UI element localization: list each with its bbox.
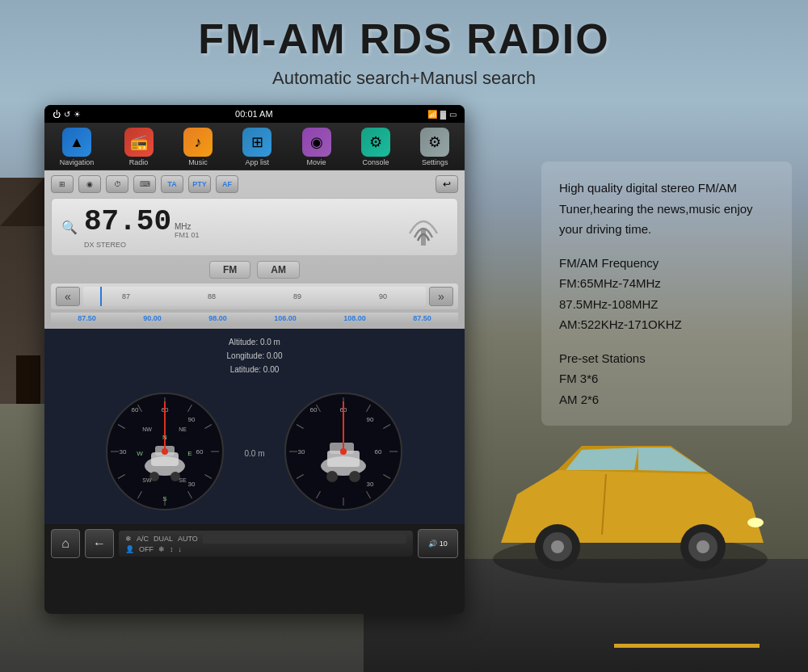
auto-label: AUTO: [178, 535, 198, 543]
ctrl-pty-button[interactable]: PTY: [188, 175, 211, 193]
nav-icon-settings: ⚙: [420, 128, 449, 157]
sidebar-item-navigation[interactable]: ▲ Navigation: [60, 128, 95, 166]
search-icon: 🔍: [61, 220, 78, 235]
ac-icon: ❄: [125, 535, 132, 543]
nav-label-applist: App list: [245, 158, 269, 166]
frequency-display: 🔍 87.50 MHz FM1 01 DX STEREO: [51, 198, 458, 256]
preset-4[interactable]: 106.00: [274, 314, 297, 322]
refresh-icon: ↺: [64, 110, 70, 119]
info-description: High quality digital stereo FM/AM Tuner,…: [559, 178, 774, 240]
preset-5[interactable]: 108.00: [343, 314, 366, 322]
volume-button[interactable]: 🔊 10: [418, 529, 458, 558]
ctrl-ta-button[interactable]: TA: [161, 175, 183, 193]
preset-3[interactable]: 98.00: [208, 314, 227, 322]
frequency-bar: « 87 88 89 90 »: [51, 284, 458, 309]
sidebar-item-radio[interactable]: 📻 Radio: [124, 128, 154, 166]
signal-icon: ▓: [440, 110, 446, 119]
svg-text:60: 60: [374, 448, 381, 456]
info-panel: High quality digital stereo FM/AM Tuner,…: [541, 162, 792, 426]
fm-range-2: 87.5MHz-108MHZ: [559, 294, 774, 315]
left-gauge: 60 90 60 30 60 30 N: [103, 389, 228, 514]
right-gauge: 60 90 60 30 60 30: [281, 389, 406, 514]
svg-text:30: 30: [366, 481, 373, 488]
home-button[interactable]: ⌂: [51, 529, 80, 558]
sidebar-item-music[interactable]: ♪ Music: [183, 128, 213, 166]
nav-label-radio: Radio: [129, 158, 149, 166]
status-time: 00:01 AM: [235, 109, 272, 119]
freq-band: FM1 01: [175, 231, 200, 239]
ctrl-back-button[interactable]: ↩: [436, 175, 458, 193]
prev-frequency-button[interactable]: «: [56, 287, 80, 306]
svg-text:W: W: [137, 450, 144, 457]
center-speed: 0.0 m: [244, 389, 264, 518]
off-label: OFF: [139, 545, 154, 553]
temp-slider[interactable]: [203, 534, 406, 544]
title-section: FM-AM RDS RADIO Automatic search+Manusl …: [0, 0, 808, 89]
radio-controls-row: ⊞ ◉ ⏱ ⌨ TA PTY AF ↩: [51, 175, 458, 193]
status-bar: ⏻ ↺ ☀ 00:01 AM 📶 ▓ ▭: [44, 105, 465, 123]
brightness-icon: ☀: [74, 110, 81, 119]
svg-text:SE: SE: [179, 477, 187, 483]
radio-section: ⊞ ◉ ⏱ ⌨ TA PTY AF ↩ 🔍 87.50: [44, 170, 465, 329]
svg-text:90: 90: [366, 416, 373, 423]
freq-unit-block: MHz FM1 01: [175, 222, 200, 239]
sidebar-item-applist[interactable]: ⊞ App list: [242, 128, 271, 166]
ctrl-scan-button[interactable]: ◉: [78, 175, 101, 193]
preset-2[interactable]: 90.00: [143, 314, 162, 322]
nav-label-music: Music: [188, 158, 208, 166]
frequency-value: 87.50: [84, 205, 171, 238]
svg-text:NW: NW: [143, 426, 153, 432]
nav-coordinates: Altitude: 0.0 m Longitude: 0.00 Latitude…: [51, 335, 458, 376]
climate-row-1: ❄ A/C DUAL AUTO: [125, 534, 406, 544]
gauges-section: 60 90 60 30 60 30 N: [44, 383, 465, 524]
status-right-icons: 📶 ▓ ▭: [427, 110, 457, 119]
wifi-icon: 📶: [427, 110, 437, 119]
nav-icon-navigation: ▲: [62, 128, 91, 157]
signal-tower-icon: [399, 207, 448, 247]
preset-1[interactable]: 87.50: [78, 314, 96, 322]
climate-section: ❄ A/C DUAL AUTO 👤 OFF ❄ ↕ ↓: [119, 531, 413, 556]
page-subtitle: Automatic search+Manusl search: [0, 68, 808, 89]
page-title: FM-AM RDS RADIO: [0, 15, 808, 63]
svg-rect-8: [421, 229, 426, 246]
frequency-indicator: [100, 287, 102, 306]
ctrl-keyboard-button[interactable]: ⌨: [133, 175, 156, 193]
speed-value: 0.0 m: [244, 449, 264, 458]
altitude-label: Altitude: 0.0 m: [229, 338, 280, 346]
ctrl-timer-button[interactable]: ⏱: [106, 175, 128, 193]
am-button[interactable]: AM: [257, 261, 300, 279]
svg-point-34: [162, 448, 168, 455]
fan-icon: ❄: [158, 545, 165, 553]
sidebar-item-console[interactable]: ⚙ Console: [361, 128, 390, 166]
fm-button[interactable]: FM: [209, 261, 250, 279]
sidebar-item-movie[interactable]: ◉ Movie: [302, 128, 331, 166]
fm-am-toggle: FM AM: [51, 261, 458, 279]
status-left-icons: ⏻ ↺ ☀: [53, 110, 81, 119]
latitude-label: Latitude: 0.00: [230, 365, 280, 374]
svg-text:30: 30: [188, 481, 196, 488]
frequency-scale: 87 88 89 90: [83, 287, 426, 306]
next-frequency-button[interactable]: »: [429, 287, 453, 306]
back-nav-button[interactable]: ←: [85, 529, 114, 558]
nav-icon-movie: ◉: [302, 128, 331, 157]
freq-mark-90: 90: [379, 292, 387, 300]
person-icon: 👤: [125, 545, 134, 553]
nav-info-bar: Altitude: 0.0 m Longitude: 0.00 Latitude…: [44, 329, 465, 383]
svg-text:S: S: [163, 495, 167, 502]
nav-label-movie: Movie: [307, 158, 326, 166]
svg-text:60: 60: [132, 406, 139, 414]
fm-preset: FM 3*6: [559, 368, 774, 389]
ctrl-af-button[interactable]: AF: [216, 175, 238, 193]
nav-label-console: Console: [362, 158, 389, 166]
nav-bar: ▲ Navigation 📻 Radio ♪ Music ⊞ App list …: [44, 123, 465, 170]
power-icon: ⏻: [53, 110, 61, 119]
preset-6[interactable]: 87.50: [413, 314, 431, 322]
nav-label-navigation: Navigation: [60, 158, 95, 166]
ctrl-eq-button[interactable]: ⊞: [51, 175, 74, 193]
sidebar-item-settings[interactable]: ⚙ Settings: [420, 128, 449, 166]
svg-point-66: [349, 471, 360, 482]
vent-icon: ↕: [170, 545, 174, 553]
bottom-controls: ⌂ ← ❄ A/C DUAL AUTO 👤 OFF ❄ ↕ ↓ 🔊 1: [44, 524, 465, 563]
preset-title: Pre-set Stations: [559, 348, 774, 369]
defrost-icon: ↓: [179, 545, 183, 553]
